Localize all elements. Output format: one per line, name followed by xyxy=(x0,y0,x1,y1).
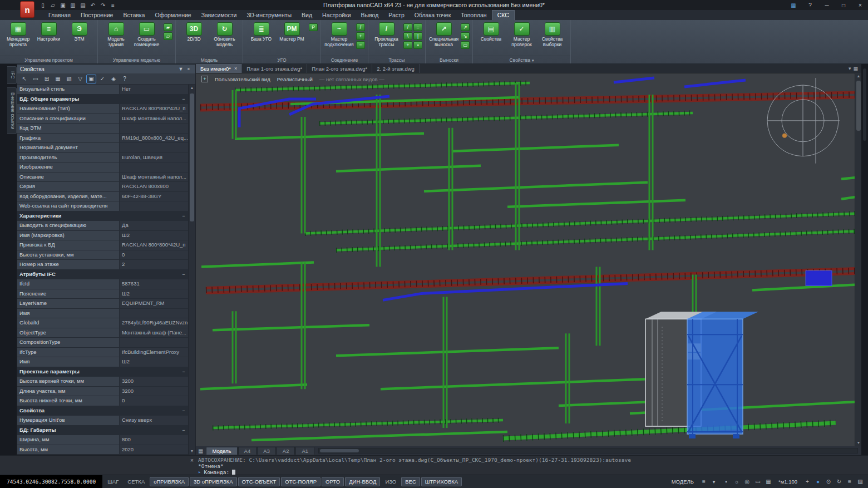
property-row[interactable]: Web-ссылка на сайт производителя xyxy=(17,201,188,211)
ribbon-button[interactable]: ↗Специальная выноска xyxy=(428,21,459,56)
redo-icon[interactable]: ↷ xyxy=(99,2,107,9)
property-row[interactable]: БД: Габариты xyxy=(17,426,188,436)
status-toggle[interactable]: ОРТО xyxy=(322,477,344,486)
status-toggle[interactable]: ДИН-ВВОД xyxy=(345,477,380,486)
properties-panel-header[interactable]: Свойства ▼ × xyxy=(17,65,195,73)
document-tab[interactable]: План 1-ого этажа.dwg* xyxy=(242,64,307,73)
ribbon-tab[interactable]: Вставка xyxy=(118,11,150,20)
sheet-list-icon[interactable]: ▦ xyxy=(198,448,203,454)
property-row[interactable]: IfcId 587631 xyxy=(17,279,188,289)
model-space-button[interactable]: МОДЕЛЬ xyxy=(669,477,696,486)
property-row[interactable]: Выводить в спецификацию Да xyxy=(17,221,188,231)
property-row[interactable]: Свойства xyxy=(17,406,188,416)
ribbon-tab[interactable]: 3D-инструменты xyxy=(241,11,297,20)
property-value[interactable] xyxy=(120,309,188,318)
selected-cabinet[interactable] xyxy=(687,312,758,438)
blue-junction-box[interactable] xyxy=(806,270,832,285)
property-row[interactable]: Характеристики xyxy=(17,211,188,221)
scroll-up-icon[interactable] xyxy=(189,85,195,91)
grid-icon[interactable]: ▦ xyxy=(53,75,63,83)
property-value[interactable]: 800 xyxy=(120,435,188,445)
property-row[interactable]: Изображение xyxy=(17,162,188,172)
floors-icon[interactable]: ▰ xyxy=(164,23,172,31)
property-value[interactable]: Ш2 xyxy=(120,357,188,367)
sheet-tab[interactable]: Модель xyxy=(206,447,237,455)
trace-diagonal-icon[interactable]: / xyxy=(403,23,412,31)
layout-arrow-icon[interactable]: ▾ xyxy=(709,477,718,486)
property-value[interactable]: 3200 xyxy=(120,377,188,386)
property-value[interactable]: Снизу вверх xyxy=(120,416,188,425)
property-value[interactable]: Нет xyxy=(120,85,188,94)
collapse-icon[interactable] xyxy=(179,211,188,221)
ribbon-button[interactable]: ▭Создать помещение xyxy=(131,21,162,56)
scroll-down-icon[interactable] xyxy=(189,448,195,455)
bulb-icon[interactable]: ☼ xyxy=(732,477,741,486)
command-line-panel[interactable]: × АВТОСОХРАНЕНИЕ: C:\Users\vadduct\AppDa… xyxy=(0,455,868,475)
monitor-icon[interactable]: ▭ xyxy=(753,477,762,486)
close-button[interactable]: × xyxy=(852,1,868,9)
ribbon-button[interactable]: ▦Менеджер проекта xyxy=(3,21,33,56)
callout-down-icon[interactable]: ↘ xyxy=(461,32,470,40)
settings-icon[interactable]: ≡ xyxy=(845,477,854,486)
status-toggle[interactable]: ВЕС xyxy=(401,477,420,486)
docked-panel-tab[interactable]: Внешние ссылки xyxy=(7,87,17,134)
command-prompt[interactable]: ▸ Команда: xyxy=(198,469,865,475)
ribbon-button[interactable]: РММастер РМ xyxy=(277,21,307,56)
collapse-icon[interactable] xyxy=(179,270,188,279)
green-cable-trays[interactable] xyxy=(200,83,855,440)
viewport-canvas[interactable]: + Пользовательский вид Реалистичный — не… xyxy=(196,73,855,446)
property-row[interactable]: Производитель Eurolan, Швеция xyxy=(17,153,188,163)
ribbon-tab[interactable]: Растр xyxy=(383,11,409,20)
property-row[interactable]: GlobalId 2784ybLf90Rg46aEUZNvzn xyxy=(17,318,188,328)
ribbon-group-label[interactable]: Трассы xyxy=(368,56,425,63)
ribbon-group-label[interactable]: Управление моделью xyxy=(98,56,175,63)
check-icon[interactable]: ✓ xyxy=(97,75,107,83)
close-tab-icon[interactable]: × xyxy=(234,66,237,71)
property-row[interactable]: Описание Шкаф монтажный напол... xyxy=(17,172,188,183)
property-value[interactable]: Да xyxy=(120,221,188,230)
target-icon[interactable]: ◎ xyxy=(743,477,752,486)
close-icon[interactable]: × xyxy=(185,66,193,72)
property-row[interactable]: Описание в спецификации Шкаф монтажный н… xyxy=(17,114,188,124)
ribbon-group-label[interactable]: Модель xyxy=(176,56,243,63)
trace-back-icon[interactable]: \ xyxy=(403,32,412,40)
property-row[interactable]: Код оборудования, изделия, мате... 60F-4… xyxy=(17,192,188,202)
ribbon-group-label[interactable]: Управление проектом xyxy=(0,56,97,63)
ribbon-button[interactable]: ▤Свойства xyxy=(476,21,506,56)
status-toggle[interactable]: ОТС-ПОЛЯР xyxy=(281,477,320,486)
property-value[interactable]: 587631 xyxy=(120,279,188,289)
property-row[interactable]: Высота верхней точки, мм 3200 xyxy=(17,377,188,387)
collapse-icon[interactable] xyxy=(179,426,188,435)
rm-symbol-icon[interactable]: Р xyxy=(309,23,318,31)
property-value[interactable]: Шкаф монтажный напол... xyxy=(120,172,188,182)
ribbon-button[interactable]: ↻Обновить модель xyxy=(209,21,240,56)
trace-parallel-icon[interactable]: = xyxy=(413,23,422,31)
add-selection-icon[interactable]: ⊞ xyxy=(42,75,52,83)
diamond-icon[interactable]: ◈ xyxy=(108,75,119,83)
property-row[interactable]: Длина участка, мм 3200 xyxy=(17,387,188,397)
property-row[interactable]: БД: Общие параметры xyxy=(17,95,188,105)
property-value[interactable] xyxy=(120,124,188,133)
property-value[interactable]: 2 xyxy=(120,260,188,269)
levels-icon[interactable]: ▱ xyxy=(164,32,172,40)
callout-up-icon[interactable]: ↗ xyxy=(461,23,470,31)
ribbon-tab[interactable]: Оформление xyxy=(150,11,196,20)
viewport-style-label[interactable]: Реалистичный xyxy=(277,76,313,82)
ribbon-button[interactable]: ✓Мастер проверок xyxy=(506,21,537,56)
ribbon-button[interactable]: ~Мастер подключения xyxy=(324,21,354,56)
property-row[interactable]: Нормативный документ xyxy=(17,143,188,153)
property-value[interactable]: RM19d_800x800_42U_eq... xyxy=(120,134,188,143)
sheet-tab[interactable]: А3 xyxy=(257,447,276,455)
property-row[interactable]: Имя xyxy=(17,309,188,319)
print-icon[interactable]: ▤ xyxy=(79,2,87,9)
scrollbar-thumb[interactable] xyxy=(320,449,359,452)
property-row[interactable]: ObjectType Монтажный шкаф (Пане... xyxy=(17,328,188,338)
collapse-icon[interactable] xyxy=(179,95,188,104)
keyboard-icon[interactable]: ▦ xyxy=(786,1,801,9)
property-row[interactable]: Высота, мм 2020 xyxy=(17,445,188,455)
connect-cable-icon[interactable]: / xyxy=(356,23,365,31)
sheet-tab[interactable]: А2 xyxy=(277,447,295,455)
scrollbar-thumb[interactable] xyxy=(856,81,861,131)
property-value[interactable]: RACKLAN 800*800*42U_п xyxy=(120,240,188,250)
property-value[interactable] xyxy=(120,201,188,211)
